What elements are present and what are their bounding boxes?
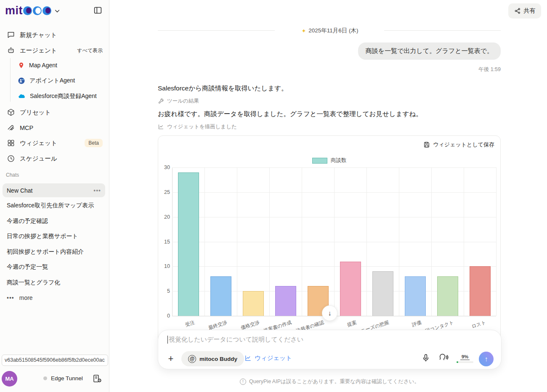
agent-name: アポイントAgent <box>29 77 75 85</box>
save-widget-button[interactable]: ウィジェットとして保存 <box>423 141 494 148</box>
send-button[interactable]: ↑ <box>479 352 494 366</box>
chat-bubble-icon <box>7 31 15 39</box>
sidebar-item-label: MCP <box>20 124 33 131</box>
chat-title: 商談一覧とグラフ化 <box>7 279 60 286</box>
sidebar-item-label: 新規チャット <box>20 31 57 39</box>
bar-ロスト[interactable] <box>470 266 491 316</box>
disclaimer-text: QueryPie AIPは誤ることがあります。重要な内容は確認してください。 <box>249 378 420 385</box>
date-divider: ✦ 2025年11月6日 (木) <box>276 27 384 34</box>
scroll-down-button[interactable]: ↓ <box>322 305 337 321</box>
gridline <box>496 167 497 316</box>
date-label: 2025年11月6日 (木) <box>308 27 358 34</box>
gridline <box>302 167 302 316</box>
agent-name: Map Agent <box>29 62 57 69</box>
gridline <box>334 167 335 316</box>
chat-title: 今週の予定確認 <box>7 217 48 225</box>
chart-legend[interactable]: 商談数 <box>158 157 500 164</box>
workspace-settings-button[interactable] <box>92 373 102 384</box>
y-tick-label: 30 <box>164 164 170 170</box>
sidebar-item-schedule[interactable]: スケジュール <box>0 151 109 166</box>
chat-list-item[interactable]: 日常の挨拶と業務サポート <box>3 230 105 244</box>
gridline <box>269 167 270 316</box>
quota-bar <box>457 361 473 363</box>
gridline <box>204 167 205 316</box>
attach-button[interactable]: + <box>165 353 176 364</box>
share-button[interactable]: 共有 <box>508 3 541 19</box>
at-icon: @ <box>188 355 196 363</box>
sidebar-item-preset[interactable]: プリセット <box>0 105 109 119</box>
chat-list-item[interactable]: 商談一覧とグラフ化 <box>3 275 105 289</box>
bar-提案書の作成[interactable] <box>275 286 296 316</box>
wrench-icon <box>158 98 164 104</box>
agent-item[interactable]: Map Agent <box>18 59 106 72</box>
legend-label: 商談数 <box>331 157 347 164</box>
widget-drawn-toggle[interactable]: ウィジェットを描画しました <box>158 123 237 130</box>
bar-評価[interactable] <box>405 276 426 316</box>
date-divider-line <box>158 30 275 31</box>
agents-show-all-link[interactable]: すべて表示 <box>77 47 103 54</box>
bar-提案[interactable] <box>340 262 361 316</box>
x-tick-label: ロスト <box>471 319 487 330</box>
microphone-button[interactable] <box>421 353 430 363</box>
date-divider-line <box>384 30 501 31</box>
sidebar-item-widget[interactable]: ウィジェット Beta <box>0 136 109 150</box>
composer-input[interactable]: 視覚化したいデータについて説明してください <box>167 336 303 344</box>
sidebar-collapse-button[interactable] <box>93 6 102 15</box>
grid-icon <box>7 139 15 147</box>
sidebar-item-mcp[interactable]: MCP <box>0 121 109 135</box>
panel-icon <box>93 6 102 15</box>
bar-最終交渉[interactable] <box>210 276 231 316</box>
edge-tunnel-status: Edge Tunnel <box>43 375 83 381</box>
agent-item[interactable]: アポイントAgent <box>18 74 106 87</box>
token-field[interactable]: v63ab51508545f5906eb86f5fb2d0ece00ac <box>2 355 108 366</box>
sidebar-item-agents[interactable]: エージェント すべて表示 <box>0 43 109 58</box>
chat-list-item[interactable]: 今週の予定確認 <box>3 214 105 228</box>
mcp-icon <box>7 124 15 132</box>
tool-result-label: ツールの結果 <box>167 98 199 105</box>
legend-swatch <box>312 158 327 164</box>
logo-o-icon <box>23 6 32 15</box>
chart-line-icon <box>158 124 164 130</box>
x-tick-label: 受注 <box>184 319 196 328</box>
gridline <box>431 167 432 316</box>
widget-mode-label: ウィジェット <box>255 354 292 362</box>
chats-more-button[interactable]: ••• more <box>7 294 33 301</box>
ellipsis-icon: ••• <box>7 294 14 301</box>
y-tick-label: 20 <box>164 214 170 220</box>
mention-agent-name: mitoco Buddy <box>199 356 237 362</box>
bar-受注[interactable] <box>178 172 199 316</box>
chat-options-icon[interactable]: ••• <box>93 187 101 194</box>
sidebar: mit 新規チャット エージェント すべて表示 Map AgentアポイントAg… <box>0 0 109 392</box>
x-tick-label: 評価 <box>411 319 422 328</box>
share-label: 共有 <box>524 7 536 15</box>
save-widget-label: ウィジェットとして保存 <box>433 141 494 148</box>
assistant-message: お疲れ様です。商談データを取得しました。グラフと一覧表で整理してお見せしますね。 <box>158 110 422 119</box>
widget-drawn-label: ウィジェットを描画しました <box>167 123 237 130</box>
mention-agent-pill[interactable]: @ mitoco Buddy <box>181 351 244 366</box>
sidebar-item-label: ウィジェット <box>20 139 57 147</box>
widget-mode-button[interactable]: ウィジェット <box>244 354 292 362</box>
chat-list-item[interactable]: Salesforce取引先住所マップ表示 <box>3 199 105 213</box>
sidebar-item-new-chat[interactable]: 新規チャット <box>0 28 109 42</box>
voice-mode-button[interactable] <box>438 353 449 363</box>
user-avatar[interactable]: MA <box>2 371 17 387</box>
app-logo[interactable]: mit <box>5 4 60 17</box>
chat-list-item[interactable]: New Chat••• <box>3 183 105 197</box>
bar-初回コンタクト[interactable] <box>437 276 458 316</box>
agent-item[interactable]: Salesforce商談登録Agent <box>18 90 106 103</box>
bar-価格交渉[interactable] <box>243 291 264 316</box>
bar-ニーズの把握[interactable] <box>372 271 393 316</box>
y-tick-label: 5 <box>167 288 170 294</box>
microphone-icon <box>421 353 430 363</box>
robot-icon <box>7 46 15 55</box>
map-pin-icon <box>18 62 25 69</box>
gridline <box>237 167 237 316</box>
chat-list-item[interactable]: 初回挨拶とサポート内容紹介 <box>3 245 105 259</box>
assistant-message: Salesforceから商談情報を取得いたします。 <box>158 84 288 93</box>
logo-text-mit: mit <box>5 4 23 17</box>
tool-result-toggle[interactable]: ツールの結果 <box>158 98 199 105</box>
composer: 視覚化したいデータについて説明してください + @ mitoco Buddy ウ… <box>158 330 502 369</box>
sidebar-item-label: エージェント <box>20 47 57 55</box>
chat-list-item[interactable]: 今週の予定一覧 <box>3 260 105 274</box>
more-label: more <box>19 294 33 301</box>
